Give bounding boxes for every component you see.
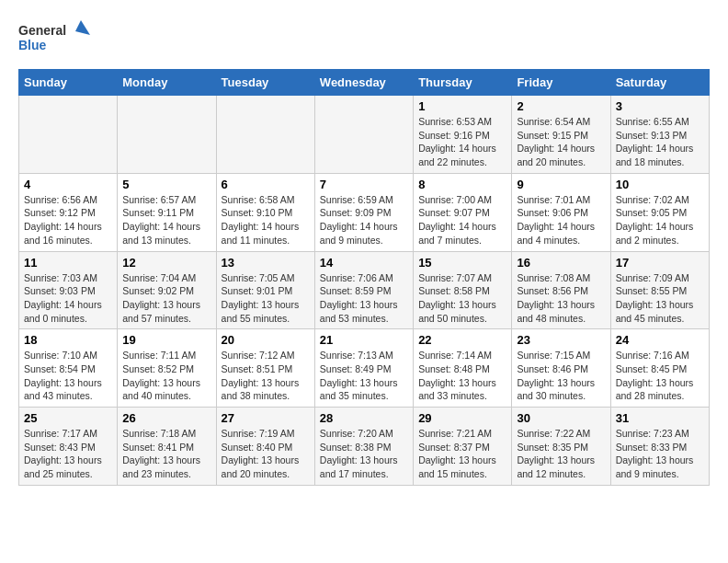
day-cell: 8Sunrise: 7:00 AM Sunset: 9:07 PM Daylig…	[414, 173, 512, 251]
day-number: 11	[24, 256, 112, 270]
weekday-header-saturday: Saturday	[610, 70, 709, 96]
day-cell: 26Sunrise: 7:18 AM Sunset: 8:41 PM Dayli…	[118, 408, 216, 486]
day-number: 19	[122, 333, 210, 347]
day-cell: 2Sunrise: 6:54 AM Sunset: 9:15 PM Daylig…	[512, 96, 610, 174]
day-info: Sunrise: 6:58 AM Sunset: 9:10 PM Dayligh…	[222, 193, 310, 247]
day-number: 25	[24, 411, 112, 425]
day-info: Sunrise: 7:10 AM Sunset: 8:54 PM Dayligh…	[24, 349, 112, 403]
day-number: 31	[616, 411, 704, 425]
day-cell: 19Sunrise: 7:11 AM Sunset: 8:52 PM Dayli…	[118, 329, 216, 408]
day-info: Sunrise: 7:14 AM Sunset: 8:48 PM Dayligh…	[418, 349, 506, 403]
day-number: 30	[517, 411, 605, 425]
day-cell: 31Sunrise: 7:23 AM Sunset: 8:33 PM Dayli…	[610, 408, 709, 486]
day-info: Sunrise: 6:57 AM Sunset: 9:11 PM Dayligh…	[122, 193, 210, 247]
day-number: 3	[616, 99, 704, 113]
day-number: 20	[222, 333, 310, 347]
day-cell: 15Sunrise: 7:07 AM Sunset: 8:58 PM Dayli…	[414, 251, 512, 329]
day-info: Sunrise: 7:18 AM Sunset: 8:41 PM Dayligh…	[122, 427, 210, 481]
day-number: 15	[418, 256, 506, 270]
day-number: 26	[122, 411, 210, 425]
weekday-header-friday: Friday	[512, 70, 610, 96]
day-cell: 29Sunrise: 7:21 AM Sunset: 8:37 PM Dayli…	[414, 408, 512, 486]
day-info: Sunrise: 7:07 AM Sunset: 8:58 PM Dayligh…	[418, 271, 506, 326]
day-cell: 28Sunrise: 7:20 AM Sunset: 8:38 PM Dayli…	[314, 408, 413, 486]
day-cell: 30Sunrise: 7:22 AM Sunset: 8:35 PM Dayli…	[512, 408, 610, 486]
day-cell: 10Sunrise: 7:02 AM Sunset: 9:05 PM Dayli…	[610, 173, 709, 251]
day-cell: 23Sunrise: 7:15 AM Sunset: 8:46 PM Dayli…	[512, 329, 610, 408]
logo: General Blue	[18, 18, 92, 60]
day-info: Sunrise: 7:16 AM Sunset: 8:45 PM Dayligh…	[616, 349, 704, 403]
day-number: 29	[418, 411, 506, 425]
day-number: 14	[320, 256, 408, 270]
calendar-table: SundayMondayTuesdayWednesdayThursdayFrid…	[18, 69, 710, 486]
day-cell: 16Sunrise: 7:08 AM Sunset: 8:56 PM Dayli…	[512, 251, 610, 329]
day-number: 21	[320, 333, 408, 347]
day-cell: 6Sunrise: 6:58 AM Sunset: 9:10 PM Daylig…	[216, 173, 314, 251]
day-number: 27	[222, 411, 310, 425]
week-row-4: 18Sunrise: 7:10 AM Sunset: 8:54 PM Dayli…	[19, 329, 710, 408]
day-info: Sunrise: 7:01 AM Sunset: 9:06 PM Dayligh…	[517, 193, 605, 247]
logo-svg: General Blue	[18, 18, 92, 60]
day-number: 16	[517, 256, 605, 270]
day-number: 10	[616, 178, 704, 191]
day-info: Sunrise: 7:09 AM Sunset: 8:55 PM Dayligh…	[616, 271, 704, 326]
day-info: Sunrise: 7:21 AM Sunset: 8:37 PM Dayligh…	[418, 427, 506, 481]
day-number: 13	[222, 256, 310, 270]
day-cell: 20Sunrise: 7:12 AM Sunset: 8:51 PM Dayli…	[216, 329, 314, 408]
day-number: 9	[517, 178, 605, 191]
day-info: Sunrise: 7:13 AM Sunset: 8:49 PM Dayligh…	[320, 349, 408, 403]
day-number: 28	[320, 411, 408, 425]
week-row-2: 4Sunrise: 6:56 AM Sunset: 9:12 PM Daylig…	[19, 173, 710, 251]
day-info: Sunrise: 7:00 AM Sunset: 9:07 PM Dayligh…	[418, 193, 506, 247]
day-cell: 25Sunrise: 7:17 AM Sunset: 8:43 PM Dayli…	[19, 408, 118, 486]
day-cell: 11Sunrise: 7:03 AM Sunset: 9:03 PM Dayli…	[19, 251, 118, 329]
week-row-5: 25Sunrise: 7:17 AM Sunset: 8:43 PM Dayli…	[19, 408, 710, 486]
week-row-1: 1Sunrise: 6:53 AM Sunset: 9:16 PM Daylig…	[19, 96, 710, 174]
day-cell: 14Sunrise: 7:06 AM Sunset: 8:59 PM Dayli…	[314, 251, 413, 329]
day-cell	[314, 96, 413, 174]
day-info: Sunrise: 6:54 AM Sunset: 9:15 PM Dayligh…	[517, 115, 605, 169]
svg-marker-2	[75, 20, 90, 35]
day-cell: 7Sunrise: 6:59 AM Sunset: 9:09 PM Daylig…	[314, 173, 413, 251]
day-cell	[118, 96, 216, 174]
day-info: Sunrise: 7:03 AM Sunset: 9:03 PM Dayligh…	[24, 271, 112, 326]
day-info: Sunrise: 7:19 AM Sunset: 8:40 PM Dayligh…	[222, 427, 310, 481]
day-number: 22	[418, 333, 506, 347]
day-cell: 27Sunrise: 7:19 AM Sunset: 8:40 PM Dayli…	[216, 408, 314, 486]
day-cell: 13Sunrise: 7:05 AM Sunset: 9:01 PM Dayli…	[216, 251, 314, 329]
day-info: Sunrise: 7:17 AM Sunset: 8:43 PM Dayligh…	[24, 427, 112, 481]
day-number: 8	[418, 178, 506, 191]
day-number: 12	[122, 256, 210, 270]
day-cell: 9Sunrise: 7:01 AM Sunset: 9:06 PM Daylig…	[512, 173, 610, 251]
day-info: Sunrise: 7:22 AM Sunset: 8:35 PM Dayligh…	[517, 427, 605, 481]
day-info: Sunrise: 7:05 AM Sunset: 9:01 PM Dayligh…	[222, 271, 310, 326]
weekday-header-row: SundayMondayTuesdayWednesdayThursdayFrid…	[19, 70, 710, 96]
header: General Blue	[18, 18, 710, 60]
day-number: 2	[517, 99, 605, 113]
weekday-header-monday: Monday	[118, 70, 216, 96]
day-cell: 24Sunrise: 7:16 AM Sunset: 8:45 PM Dayli…	[610, 329, 709, 408]
day-info: Sunrise: 7:23 AM Sunset: 8:33 PM Dayligh…	[616, 427, 704, 481]
day-cell	[19, 96, 118, 174]
day-cell: 22Sunrise: 7:14 AM Sunset: 8:48 PM Dayli…	[414, 329, 512, 408]
day-info: Sunrise: 6:55 AM Sunset: 9:13 PM Dayligh…	[616, 115, 704, 169]
day-number: 1	[418, 99, 506, 113]
day-cell	[216, 96, 314, 174]
day-info: Sunrise: 6:53 AM Sunset: 9:16 PM Dayligh…	[418, 115, 506, 169]
day-number: 23	[517, 333, 605, 347]
day-number: 5	[122, 178, 210, 191]
day-cell: 21Sunrise: 7:13 AM Sunset: 8:49 PM Dayli…	[314, 329, 413, 408]
day-info: Sunrise: 7:02 AM Sunset: 9:05 PM Dayligh…	[616, 193, 704, 247]
day-info: Sunrise: 7:15 AM Sunset: 8:46 PM Dayligh…	[517, 349, 605, 403]
day-info: Sunrise: 7:12 AM Sunset: 8:51 PM Dayligh…	[222, 349, 310, 403]
day-cell: 3Sunrise: 6:55 AM Sunset: 9:13 PM Daylig…	[610, 96, 709, 174]
day-info: Sunrise: 7:20 AM Sunset: 8:38 PM Dayligh…	[320, 427, 408, 481]
weekday-header-tuesday: Tuesday	[216, 70, 314, 96]
day-info: Sunrise: 6:56 AM Sunset: 9:12 PM Dayligh…	[24, 193, 112, 247]
day-cell: 17Sunrise: 7:09 AM Sunset: 8:55 PM Dayli…	[610, 251, 709, 329]
day-number: 18	[24, 333, 112, 347]
day-number: 6	[222, 178, 310, 191]
day-cell: 18Sunrise: 7:10 AM Sunset: 8:54 PM Dayli…	[19, 329, 118, 408]
svg-text:Blue: Blue	[18, 38, 47, 52]
day-info: Sunrise: 6:59 AM Sunset: 9:09 PM Dayligh…	[320, 193, 408, 247]
